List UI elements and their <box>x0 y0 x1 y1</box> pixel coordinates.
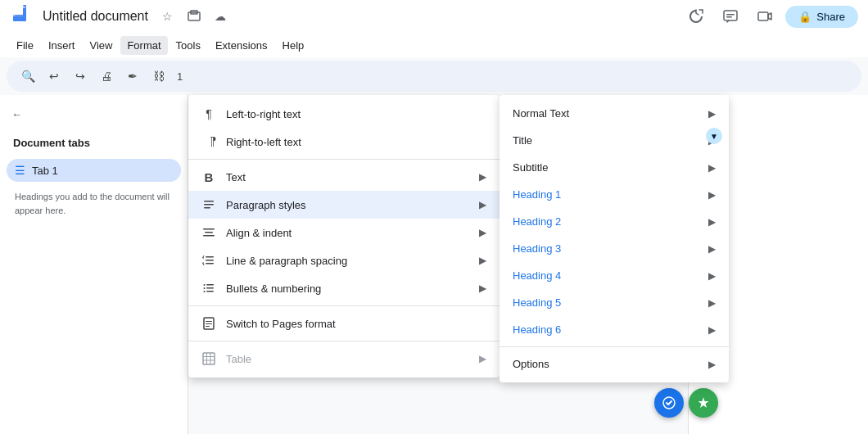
menu-insert[interactable]: Insert <box>42 36 82 55</box>
video-button[interactable] <box>751 2 779 30</box>
spacing-arrow: ▶ <box>479 255 486 266</box>
format-rtl[interactable]: ¶ Right-to-left text <box>188 128 500 156</box>
share-button[interactable]: 🔒 Share <box>785 6 858 28</box>
style-subtitle[interactable]: Subtitle ▶ <box>500 154 729 181</box>
comments-button[interactable] <box>717 2 744 30</box>
svg-rect-12 <box>758 12 768 20</box>
h1-arrow: ▶ <box>708 189 716 201</box>
zoom-level: 1 <box>174 70 186 83</box>
top-bar-right: 🔒 Share <box>682 2 858 30</box>
spacing-label: Line & paragraph spacing <box>226 255 469 267</box>
menu-file[interactable]: File <box>10 36 40 55</box>
tab-icon: ☰ <box>15 164 25 177</box>
toolbar: 🔍 ↩ ↪ 🖨 ✒ ⛓ 1 <box>7 61 861 92</box>
redo-button[interactable]: ↪ <box>69 65 92 88</box>
svg-rect-17 <box>205 232 213 233</box>
back-button[interactable]: ← <box>7 105 181 124</box>
app-icon <box>10 3 33 29</box>
submenu-collapse[interactable]: ▼ <box>706 128 722 144</box>
star-icon[interactable]: ☆ <box>158 7 178 26</box>
para-separator <box>500 346 729 347</box>
format-bullets[interactable]: Bullets & numbering ▶ <box>188 274 500 302</box>
menu-bar: File Insert View Format Tools Extensions… <box>0 33 868 57</box>
menu-view[interactable]: View <box>83 36 119 55</box>
style-heading-3[interactable]: Heading 3 ▶ <box>500 235 729 262</box>
svg-rect-31 <box>206 326 210 327</box>
h5-label: Heading 5 <box>513 296 698 309</box>
svg-rect-20 <box>206 260 214 261</box>
subtitle-arrow: ▶ <box>708 162 716 174</box>
link-button[interactable]: ⛓ <box>147 65 170 88</box>
back-icon: ← <box>11 108 22 120</box>
style-heading-2[interactable]: Heading 2 ▶ <box>500 208 729 235</box>
h1-label: Heading 1 <box>513 188 698 201</box>
sidebar-hint: Headings you add to the document will ap… <box>7 185 181 222</box>
cloud-icon[interactable]: ☁ <box>210 7 230 26</box>
format-paragraph-styles[interactable]: Paragraph styles ▶ <box>188 191 500 219</box>
separator-1 <box>188 159 500 160</box>
menu-help[interactable]: Help <box>276 36 311 55</box>
normal-label: Normal Text <box>513 107 698 120</box>
format-text[interactable]: B Text ▶ <box>188 163 500 191</box>
svg-point-24 <box>204 291 206 292</box>
svg-rect-14 <box>204 204 214 206</box>
undo-button[interactable]: ↩ <box>43 65 66 88</box>
menu-tools[interactable]: Tools <box>170 36 207 55</box>
format-ltr[interactable]: ¶ Left-to-right text <box>188 100 500 128</box>
h3-label: Heading 3 <box>513 242 698 255</box>
text-label: Text <box>226 171 469 183</box>
format-pages[interactable]: Switch to Pages format <box>188 310 500 337</box>
text-arrow: ▶ <box>479 171 486 183</box>
pages-label: Switch to Pages format <box>226 318 486 330</box>
style-heading-6[interactable]: Heading 6 ▶ <box>500 316 729 343</box>
ai-button-2[interactable] <box>689 388 718 418</box>
style-title[interactable]: Title ▶ <box>500 127 729 154</box>
style-normal[interactable]: Normal Text ▶ <box>500 100 729 127</box>
style-options[interactable]: Options ▶ <box>500 350 729 377</box>
para-submenu: Normal Text ▶ Title ▶ Subtitle ▶ Heading… <box>500 95 729 382</box>
sidebar: ← Document tabs ☰ Tab 1 Headings you add… <box>0 95 188 434</box>
pages-icon <box>201 316 216 331</box>
svg-rect-32 <box>203 353 215 364</box>
options-label: Options <box>513 358 698 370</box>
history-button[interactable] <box>682 2 710 30</box>
format-align[interactable]: Align & indent ▶ <box>188 219 500 246</box>
para-styles-icon <box>201 197 216 212</box>
table-arrow: ▶ <box>479 353 486 364</box>
search-button[interactable]: 🔍 <box>16 65 39 88</box>
h2-label: Heading 2 <box>513 215 698 228</box>
format-spacing[interactable]: Line & paragraph spacing ▶ <box>188 246 500 274</box>
svg-rect-11 <box>726 16 732 18</box>
svg-rect-5 <box>15 15 23 16</box>
style-heading-1[interactable]: Heading 1 ▶ <box>500 181 729 208</box>
svg-rect-3 <box>13 5 23 15</box>
share-label: Share <box>816 11 845 23</box>
ltr-label: Left-to-right text <box>226 108 486 120</box>
menu-extensions[interactable]: Extensions <box>209 36 274 55</box>
h5-arrow: ▶ <box>708 297 716 309</box>
save-to-drive-icon[interactable] <box>184 7 204 26</box>
bold-icon: B <box>201 170 216 184</box>
top-bar: Untitled document ☆ ☁ <box>0 0 868 33</box>
svg-rect-26 <box>206 287 214 289</box>
main-layout: ← Document tabs ☰ Tab 1 Headings you add… <box>0 95 868 434</box>
para-styles-label: Paragraph styles <box>226 199 469 211</box>
title-actions: ☆ ☁ <box>158 7 230 26</box>
sidebar-tab-1[interactable]: ☰ Tab 1 <box>7 159 181 182</box>
print-button[interactable]: 🖨 <box>95 65 118 88</box>
menu-format[interactable]: Format <box>120 36 167 55</box>
subtitle-label: Subtitle <box>513 161 698 174</box>
svg-point-22 <box>204 284 206 286</box>
style-heading-4[interactable]: Heading 4 ▶ <box>500 262 729 289</box>
ai-button-1[interactable] <box>654 388 684 418</box>
para-styles-arrow: ▶ <box>479 199 486 210</box>
h4-label: Heading 4 <box>513 269 698 282</box>
tab-label: Tab 1 <box>32 165 58 177</box>
h3-arrow: ▶ <box>708 243 716 255</box>
separator-3 <box>188 341 500 341</box>
format-table: Table ▶ <box>188 345 500 373</box>
style-heading-5[interactable]: Heading 5 ▶ <box>500 289 729 316</box>
rtl-icon: ¶ <box>201 134 216 149</box>
paint-format-button[interactable]: ✒ <box>121 65 144 88</box>
separator-2 <box>188 305 500 306</box>
